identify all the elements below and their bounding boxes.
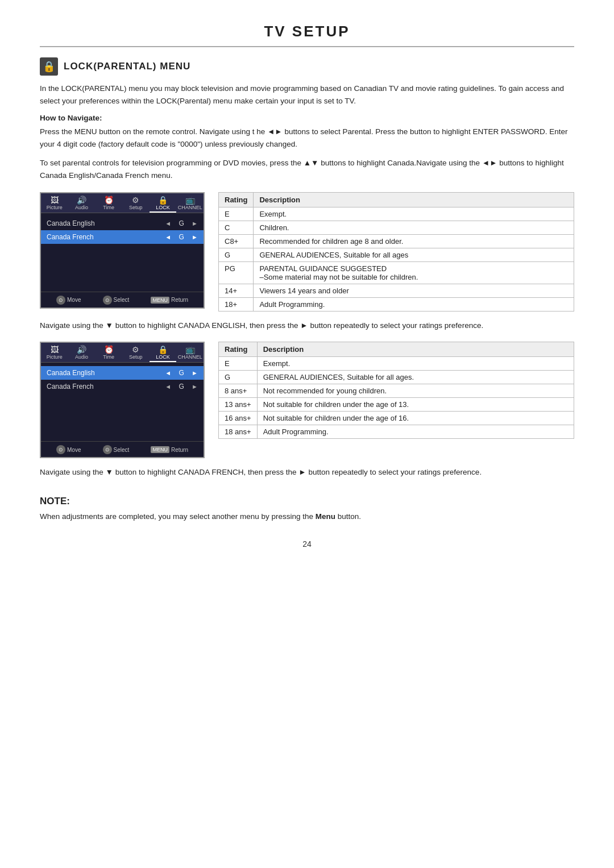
rating-cell: 18+ [219, 297, 254, 311]
arrow-left-1: ◄ [165, 220, 171, 227]
lock-tab-icon-2: 🔒 [158, 346, 168, 354]
tab-lock-1: 🔒 LOCK [150, 193, 177, 213]
tv-menu-2: 🖼 Picture 🔊 Audio ⏰ Time ⚙ Setup 🔒 LOCK … [40, 342, 205, 458]
tab-setup-2: ⚙ Setup [122, 343, 150, 362]
select-label-1: Select [114, 297, 130, 303]
rating-header-1: Rating [219, 192, 254, 207]
table-row: PGPARENTAL GUIDANCE SUGGESTED –Some mate… [219, 261, 574, 284]
tab-time-label-2: Time [103, 354, 114, 360]
canada-english-value-2: G [175, 369, 188, 377]
canada-french-value-1: G [175, 233, 188, 241]
footer-move-2: ⊙ Move [56, 445, 81, 454]
description-cell: Viewers 14 years and older [254, 284, 574, 297]
rating-cell: C [219, 221, 254, 234]
description-cell: PARENTAL GUIDANCE SUGGESTED –Some materi… [254, 261, 574, 284]
footer-return-2: MENU Return [151, 445, 188, 454]
arrow-right-french-1: ► [192, 234, 198, 240]
picture-icon-2: 🖼 [51, 346, 59, 354]
description-cell: GENERAL AUDIENCES, Suitable for all ages… [257, 371, 574, 384]
tab-audio-1: 🔊 Audio [68, 193, 96, 213]
description-header-1: Description [254, 192, 574, 207]
footer-select-2: ⊙ Select [103, 445, 130, 454]
description-cell: Exempt. [257, 357, 574, 371]
section-title: LOCK(PARENTAL) MENU [64, 61, 190, 72]
rating-cell: C8+ [219, 234, 254, 248]
tab-audio-2: 🔊 Audio [68, 343, 96, 362]
description-cell: Children. [254, 221, 574, 234]
picture-icon-1: 🖼 [51, 196, 59, 204]
rating-table-1: Rating Description EExempt.CChildren.C8+… [218, 192, 574, 312]
lock-icon: 🔒 [40, 57, 58, 76]
table-row: CChildren. [219, 221, 574, 234]
section-header: 🔒 LOCK(PARENTAL) MENU [40, 57, 574, 76]
tab-picture-label-1: Picture [47, 205, 63, 210]
footer-move-1: ⊙ Move [56, 296, 81, 305]
move-icon-2: ⊙ [56, 445, 65, 454]
intro-text: In the LOCK(PARENTAL) menu you may block… [40, 82, 574, 107]
description-cell: Not recommended for young children. [257, 384, 574, 398]
arrow-right-1: ► [192, 220, 198, 227]
table-row: 13 ans+Not suitable for children under t… [219, 398, 574, 412]
rating-table-2: Rating Description EExempt.GGENERAL AUDI… [218, 342, 574, 439]
move-icon-1: ⊙ [56, 296, 65, 305]
audio-icon-2: 🔊 [77, 346, 86, 354]
table-row: 18+Adult Programming. [219, 297, 574, 311]
page-number: 24 [40, 539, 574, 549]
rating-header-2: Rating [219, 342, 258, 357]
description-cell: Adult Programming. [257, 425, 574, 439]
rating-cell: PG [219, 261, 254, 284]
tv-menu-1: 🖼 Picture 🔊 Audio ⏰ Time ⚙ Setup 🔒 LOCK … [40, 192, 205, 309]
rating-cell: G [219, 248, 254, 261]
time-icon-2: ⏰ [104, 346, 114, 354]
note-title: NOTE: [40, 496, 574, 507]
how-to-navigate-label: How to Navigate: [40, 114, 574, 122]
page-title: TV SETUP [40, 23, 574, 47]
table-row: 16 ans+Not suitable for children under t… [219, 412, 574, 425]
description-cell: Exempt. [254, 207, 574, 221]
menu-row-canada-english-1: Canada English ◄ G ► [41, 217, 204, 230]
how-to-navigate-text: Press the MENU button on the remote cont… [40, 126, 574, 150]
move-label-2: Move [67, 447, 81, 453]
tab-setup-label-1: Setup [129, 205, 143, 210]
time-icon-1: ⏰ [104, 196, 114, 204]
table-row: 18 ans+Adult Programming. [219, 425, 574, 439]
select-icon-2: ⊙ [103, 445, 112, 454]
note-bold: Menu [316, 512, 335, 521]
tab-setup-label-2: Setup [129, 354, 143, 360]
tab-channel-2: 📺 CHANNEL [176, 343, 204, 362]
tab-audio-label-1: Audio [75, 205, 88, 210]
footer-return-1: MENU Return [151, 296, 188, 305]
description-cell: GENERAL AUDIENCES, Suitable for all ages [254, 248, 574, 261]
canada-french-value-2: G [175, 383, 188, 391]
arrow-left-french-2: ◄ [165, 383, 171, 390]
note-text2: button. [335, 512, 361, 521]
menu-row-canada-french-2: Canada French ◄ G ► [41, 380, 204, 393]
arrow-right-french-2: ► [192, 383, 198, 390]
para4-text: Navigate using the ▼ button to highlight… [40, 466, 574, 479]
tv-menu-body-1: Canada English ◄ G ► Canada French ◄ G ► [41, 213, 204, 292]
description-cell: Not suitable for children under the age … [257, 398, 574, 412]
section2-columns: 🖼 Picture 🔊 Audio ⏰ Time ⚙ Setup 🔒 LOCK … [40, 342, 574, 458]
tab-setup-1: ⚙ Setup [122, 193, 150, 213]
description-header-2: Description [257, 342, 574, 357]
section1-columns: 🖼 Picture 🔊 Audio ⏰ Time ⚙ Setup 🔒 LOCK … [40, 192, 574, 312]
tab-time-label-1: Time [103, 205, 114, 210]
channel-icon-1: 📺 [185, 196, 195, 204]
tv-menu-body-2: Canada English ◄ G ► Canada French ◄ G ► [41, 363, 204, 441]
description-cell: Adult Programming. [254, 297, 574, 311]
tab-picture-label-2: Picture [47, 354, 63, 360]
audio-icon-1: 🔊 [77, 196, 86, 204]
tv-menu-footer-1: ⊙ Move ⊙ Select MENU Return [41, 292, 204, 308]
tab-channel-label-1: CHANNEL [178, 205, 202, 210]
return-label-2: Return [171, 447, 188, 453]
arrow-right-2: ► [192, 369, 198, 376]
note-section: NOTE: When adjustments are completed, yo… [40, 496, 574, 523]
table-row: GGENERAL AUDIENCES, Suitable for all age… [219, 371, 574, 384]
select-label-2: Select [114, 447, 130, 453]
footer-select-1: ⊙ Select [103, 296, 130, 305]
description-cell: Recommended for children age 8 and older… [254, 234, 574, 248]
menu-row-canada-english-2: Canada English ◄ G ► [41, 366, 204, 380]
canada-french-label-2: Canada French [47, 383, 161, 391]
para3-text: Navigate using the ▼ button to highlight… [40, 319, 574, 332]
tv-menu-footer-2: ⊙ Move ⊙ Select MENU Return [41, 441, 204, 457]
